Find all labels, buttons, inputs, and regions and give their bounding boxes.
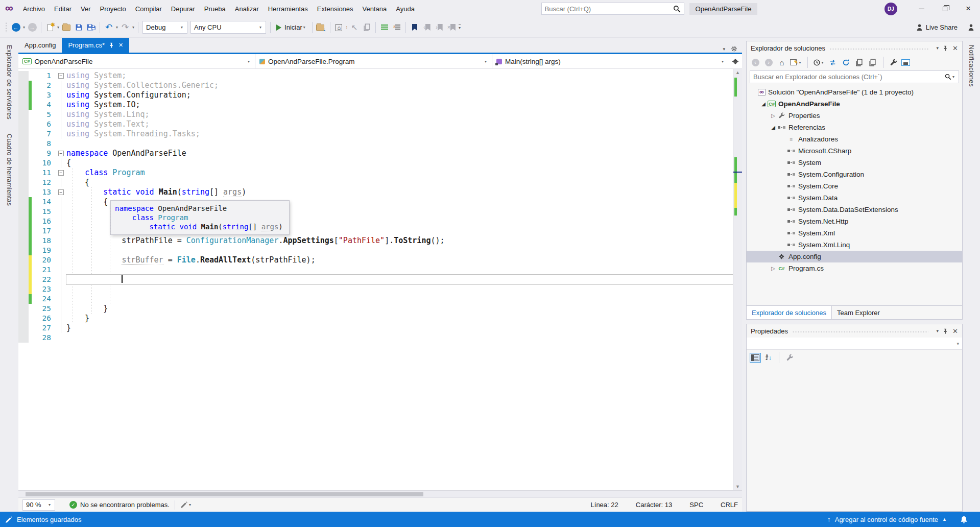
code-line-27[interactable]: 27} [18, 323, 733, 333]
expander-icon[interactable]: ◢ [769, 125, 777, 130]
breakpoint-margin[interactable] [18, 217, 29, 226]
breakpoint-margin[interactable] [18, 294, 29, 304]
breakpoint-margin[interactable] [18, 158, 29, 168]
se-forward-button[interactable]: › [763, 57, 774, 67]
toolbar-overflow-dots[interactable]: ⁞ [346, 25, 347, 30]
new-dropdown-icon[interactable]: ▾ [57, 25, 59, 30]
undo-dropdown-icon[interactable]: ▾ [116, 25, 118, 30]
menu-herramientas[interactable]: Herramientas [264, 0, 313, 17]
tree-item-app-config[interactable]: App.config [747, 251, 962, 262]
code-line-4[interactable]: 4using System.IO; [18, 100, 733, 110]
menu-prueba[interactable]: Prueba [200, 0, 230, 17]
solution-explorer-header[interactable]: Explorador de soluciones ▾ ✕ [747, 41, 962, 55]
tree-item-microsoft-csharp[interactable]: Microsoft.CSharp [747, 145, 962, 157]
breakpoint-margin[interactable] [18, 323, 29, 333]
breakpoint-margin[interactable] [18, 129, 29, 139]
clear-bookmarks-button[interactable]: × [446, 21, 457, 34]
breakpoint-margin[interactable] [18, 255, 29, 265]
undo-button[interactable]: ↶ [103, 21, 114, 34]
save-button[interactable] [73, 21, 84, 34]
breakpoint-margin[interactable] [18, 71, 29, 81]
chevron-up-icon[interactable]: ▲ [942, 517, 947, 522]
code-line-9[interactable]: 9−namespace OpenAndParseFile [18, 149, 733, 158]
se-back-button[interactable]: ‹ [750, 57, 760, 67]
menu-proyecto[interactable]: Proyecto [95, 0, 131, 17]
problems-status[interactable]: No se encontraron problemas. [80, 501, 170, 509]
breakpoint-margin[interactable] [18, 314, 29, 323]
character-indicator[interactable]: Carácter: 13 [636, 501, 673, 509]
start-dropdown-icon[interactable]: ▾ [303, 25, 305, 30]
tab-team-explorer[interactable]: Team Explorer [832, 306, 885, 319]
menu-ayuda[interactable]: Ayuda [391, 0, 419, 17]
tree-item-system-configuration[interactable]: System.Configuration [747, 169, 962, 180]
side-tab-notificaciones[interactable]: Notificaciones [968, 38, 975, 94]
bookmark-button[interactable] [409, 21, 420, 34]
previous-bookmark-button[interactable]: ‹ [421, 21, 433, 34]
tree-item-system[interactable]: System [747, 157, 962, 169]
open-file-button[interactable] [61, 21, 72, 34]
code-line-6[interactable]: 6using System.Text; [18, 119, 733, 129]
breakpoint-margin[interactable] [18, 187, 29, 197]
tree-item-openandparsefile[interactable]: ◢C#OpenAndParseFile [747, 98, 962, 110]
feedback-button[interactable] [965, 21, 976, 34]
toolbar-options-icon[interactable]: ▾ [459, 25, 461, 30]
code-line-18[interactable]: 18 strPathFile = ConfigurationManager.Ap… [18, 236, 733, 246]
panel-menu-icon[interactable]: ▾ [937, 45, 939, 51]
show-all-files-button[interactable] [868, 57, 878, 67]
close-tab-icon[interactable]: ✕ [118, 42, 123, 49]
code-line-7[interactable]: 7using System.Threading.Tasks; [18, 129, 733, 139]
code-line-10[interactable]: 10{ [18, 158, 733, 168]
navigate-pointer-button[interactable]: ↖ [349, 21, 360, 34]
breakpoint-margin[interactable] [18, 168, 29, 178]
alphabetical-sort-button[interactable]: AZ↓ [763, 352, 774, 363]
breakpoint-margin[interactable] [18, 100, 29, 110]
close-panel-icon[interactable]: ✕ [952, 44, 958, 52]
redo-dropdown-icon[interactable]: ▾ [132, 25, 134, 30]
restore-button[interactable] [933, 0, 957, 17]
code-line-5[interactable]: 5using System.Linq; [18, 110, 733, 119]
scroll-down-icon[interactable]: ▼ [733, 484, 742, 489]
breakpoint-margin[interactable] [18, 236, 29, 246]
expander-icon[interactable]: ▷ [769, 266, 777, 271]
collapse-icon[interactable]: − [58, 170, 64, 176]
scroll-up-icon[interactable]: ▲ [733, 70, 742, 75]
bell-icon[interactable] [960, 516, 968, 523]
copy-structure-button[interactable] [361, 21, 372, 34]
quick-search-box[interactable] [541, 3, 684, 15]
side-tab-cuadro-de-herramientas[interactable]: Cuadro de herramientas [6, 127, 13, 213]
start-debugging-button[interactable]: Iniciar ▾ [273, 21, 309, 34]
solution-search-box[interactable]: ▾ [750, 70, 959, 83]
breakpoint-margin[interactable] [18, 178, 29, 187]
expander-icon[interactable]: ◢ [759, 101, 768, 107]
sync-with-active-document-button[interactable] [828, 57, 838, 67]
pin-icon[interactable] [109, 42, 114, 48]
preview-selected-items-toggle[interactable] [901, 59, 910, 66]
tab-appconfig[interactable]: App.config [18, 38, 62, 53]
eol-indicator[interactable]: CRLF [721, 501, 738, 509]
fold-margin[interactable]: − [55, 71, 66, 81]
code-line-2[interactable]: 2using System.Collections.Generic; [18, 81, 733, 90]
tree-item-system-xml-linq[interactable]: System.Xml.Linq [747, 239, 962, 251]
tree-item-soluci-n-openandparsefile-1-de-1-proyect[interactable]: ∞Solución "OpenAndParseFile" (1 de 1 pro… [747, 86, 962, 98]
live-share-button[interactable]: Live Share [916, 23, 958, 31]
code-pane[interactable]: 1−using System;2using System.Collections… [18, 69, 733, 490]
code-line-24[interactable]: 24 [18, 294, 733, 304]
code-line-23[interactable]: 23 [18, 284, 733, 294]
menu-analizar[interactable]: Analizar [230, 0, 264, 17]
line-indicator[interactable]: Línea: 22 [591, 501, 618, 509]
tab-solution-explorer[interactable]: Explorador de soluciones [747, 306, 832, 319]
breakpoint-margin[interactable] [18, 246, 29, 255]
code-line-25[interactable]: 25 } [18, 304, 733, 314]
pin-icon[interactable] [943, 45, 948, 51]
se-home-button[interactable]: ⌂ [777, 57, 787, 67]
fold-margin[interactable]: − [55, 168, 66, 178]
breakpoint-margin[interactable] [18, 275, 29, 284]
code-line-3[interactable]: 3using System.Configuration; [18, 90, 733, 100]
menu-extensiones[interactable]: Extensiones [313, 0, 358, 17]
redo-button[interactable]: ↷ [119, 21, 131, 34]
menu-depurar[interactable]: Depurar [166, 0, 200, 17]
new-project-button[interactable]: ✱ [44, 21, 56, 34]
tree-item-system-core[interactable]: System.Core [747, 180, 962, 192]
properties-button[interactable] [889, 57, 899, 67]
categorized-button[interactable] [750, 353, 761, 363]
